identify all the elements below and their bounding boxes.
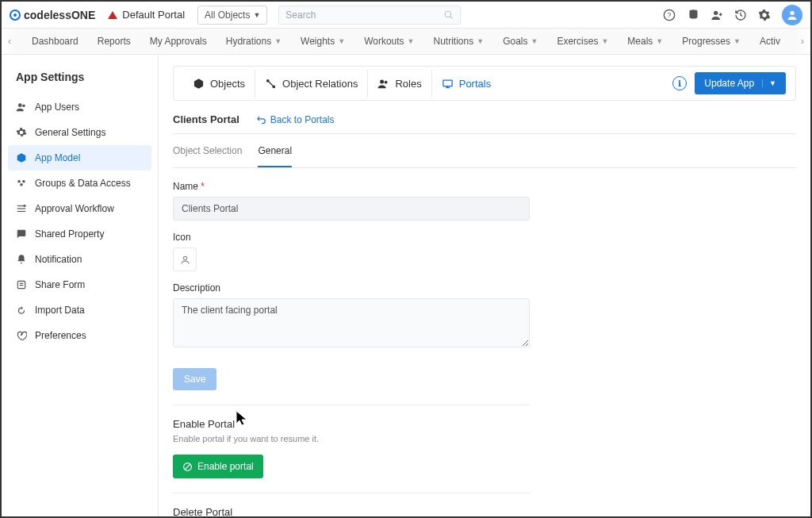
nav-item-activities[interactable]: Activities▼	[760, 36, 780, 47]
nav-item-goals[interactable]: Goals▼	[503, 36, 538, 47]
svg-point-29	[183, 256, 186, 259]
nav-item-exercises[interactable]: Exercises▼	[557, 36, 608, 47]
nav-item-weights[interactable]: Weights▼	[301, 36, 345, 47]
sidebar-item-label: Groups & Data Access	[35, 178, 131, 189]
tab-label: Object Relations	[282, 78, 358, 90]
object-filter[interactable]: All Objects ▼	[197, 6, 267, 25]
update-app-button[interactable]: Update App ▼	[695, 72, 786, 94]
sidebar-item-icon	[16, 254, 27, 265]
help-icon[interactable]: ?	[663, 9, 676, 21]
tabs-bar: ObjectsObject RelationsRolesPortals ℹ Up…	[173, 66, 796, 101]
svg-point-5	[714, 10, 718, 14]
no-symbol-icon	[182, 462, 193, 472]
tab-label: Portals	[459, 78, 491, 90]
delete-title: Delete Portal	[173, 506, 530, 516]
sidebar-item-label: App Model	[35, 152, 80, 163]
tab-label: Roles	[395, 78, 421, 90]
svg-point-25	[385, 80, 388, 83]
topbar: codelessONE Default Portal All Objects ▼…	[2, 2, 810, 29]
sidebar-item-icon	[16, 178, 27, 189]
tab-objects[interactable]: Objects	[183, 70, 255, 98]
chevron-down-icon: ▼	[601, 37, 608, 45]
svg-line-1	[450, 17, 452, 18]
user-add-icon[interactable]	[710, 9, 723, 21]
sidebar-item-share-form[interactable]: Share Form	[2, 272, 158, 297]
nav-item-workouts[interactable]: Workouts▼	[364, 36, 414, 47]
sidebar-title: App Settings	[2, 71, 158, 94]
description-input[interactable]	[173, 298, 530, 347]
subtab-object-selection[interactable]: Object Selection	[173, 136, 242, 167]
sidebar-item-icon	[16, 279, 27, 290]
subtab-general[interactable]: General	[258, 136, 292, 167]
nav-item-my-approvals[interactable]: My Approvals	[150, 36, 207, 47]
sidebar-item-import-data[interactable]: Import Data	[2, 297, 158, 323]
brand-logo[interactable]: codelessONE	[10, 9, 95, 21]
sidebar-item-icon	[16, 152, 27, 163]
sidebar-item-approval-workflow[interactable]: Approval Workflow	[2, 196, 158, 221]
navbar: › DashboardReportsMy ApprovalsHydrations…	[2, 29, 810, 55]
search-icon	[443, 10, 454, 20]
svg-point-20	[21, 334, 22, 336]
database-icon[interactable]	[687, 9, 699, 21]
avatar[interactable]	[782, 5, 802, 25]
update-app-label: Update App	[704, 78, 754, 89]
sidebar-item-label: Notification	[35, 254, 82, 265]
chevron-down-icon: ▼	[274, 37, 282, 45]
sidebar-item-general-settings[interactable]: General Settings	[2, 120, 158, 145]
nav-scroll-left[interactable]: ›	[2, 29, 17, 54]
object-filter-label: All Objects	[205, 10, 250, 21]
sidebar-item-label: Shared Property	[35, 228, 104, 240]
sidebar-item-groups-data-access[interactable]: Groups & Data Access	[2, 171, 158, 196]
topbar-right: ?	[663, 5, 802, 25]
search-input[interactable]: Search	[278, 6, 461, 25]
sidebar-item-shared-property[interactable]: Shared Property	[2, 221, 158, 247]
sidebar-item-icon	[16, 102, 27, 113]
svg-point-0	[445, 11, 451, 17]
tab-object-relations[interactable]: Object Relations	[255, 70, 368, 98]
back-to-portals[interactable]: Back to Portals	[255, 114, 335, 125]
tab-roles[interactable]: Roles	[368, 70, 431, 98]
icon-picker[interactable]	[173, 247, 197, 271]
nav-item-reports[interactable]: Reports	[98, 36, 131, 47]
icon-label: Icon	[173, 232, 530, 243]
nav-item-nutritions[interactable]: Nutritions▼	[434, 36, 485, 47]
svg-line-23	[269, 82, 273, 86]
enable-section: Enable Portal Enable portal if you want …	[173, 405, 530, 493]
sidebar-item-label: App Users	[35, 102, 79, 113]
gear-icon[interactable]	[758, 9, 771, 21]
sidebar-item-icon	[16, 203, 27, 214]
enable-portal-button[interactable]: Enable portal	[173, 455, 263, 478]
subtabs: Object SelectionGeneral	[173, 136, 796, 168]
save-button[interactable]: Save	[173, 368, 216, 390]
history-icon[interactable]	[734, 9, 747, 21]
name-input[interactable]	[173, 197, 530, 221]
nav-item-progresses[interactable]: Progresses▼	[682, 36, 741, 47]
enable-title: Enable Portal	[173, 418, 530, 430]
content: App Settings App UsersGeneral SettingsAp…	[2, 55, 810, 516]
sidebar-item-app-users[interactable]: App Users	[2, 94, 158, 120]
svg-point-13	[20, 183, 23, 186]
sidebar-item-preferences[interactable]: Preferences	[2, 323, 158, 348]
svg-point-24	[381, 79, 385, 83]
delete-section: Delete Portal Delete the portal if you w…	[173, 493, 530, 516]
tab-portals[interactable]: Portals	[432, 70, 500, 98]
nav-item-hydrations[interactable]: Hydrations▼	[226, 36, 282, 47]
search-placeholder: Search	[285, 10, 316, 21]
nav-item-dashboard[interactable]: Dashboard	[32, 36, 79, 47]
sidebar-item-notification[interactable]: Notification	[2, 247, 158, 272]
sidebar-item-app-model[interactable]: App Model	[8, 145, 151, 171]
tab-icon	[265, 78, 277, 90]
tab-icon	[377, 78, 389, 90]
svg-point-11	[17, 180, 21, 183]
breadcrumb: Clients Portal Back to Portals	[173, 101, 796, 134]
chevron-down-icon: ▼	[530, 37, 538, 45]
info-icon[interactable]: ℹ	[672, 76, 687, 90]
sidebar-item-label: General Settings	[35, 127, 105, 138]
portal-icon	[108, 11, 117, 19]
nav-item-meals[interactable]: Meals▼	[627, 36, 663, 47]
name-label: Name *	[173, 181, 530, 192]
enable-portal-label: Enable portal	[197, 461, 254, 472]
enable-sub: Enable portal if you want to resume it.	[173, 433, 530, 445]
nav-scroll-right[interactable]: ›	[795, 29, 810, 54]
sidebar-item-icon	[16, 228, 27, 240]
